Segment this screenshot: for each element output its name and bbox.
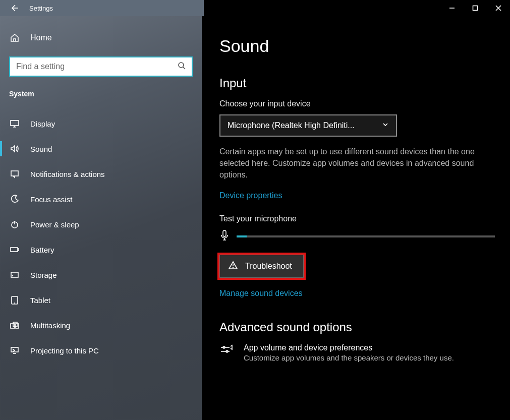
app-volume-subtitle: Customize app volumes and the speakers o…: [244, 353, 454, 362]
sidebar-item-storage[interactable]: Storage: [9, 262, 193, 287]
svg-rect-10: [13, 322, 17, 327]
input-device-value: Microphone (Realtek High Definiti...: [228, 121, 377, 130]
maximize-button[interactable]: [464, 0, 487, 16]
close-button[interactable]: [487, 0, 510, 16]
storage-icon: [9, 269, 20, 280]
sidebar-item-tablet[interactable]: Tablet: [9, 287, 193, 313]
sidebar-item-focus-assist[interactable]: Focus assist: [9, 187, 193, 212]
titlebar-left: Settings: [0, 4, 202, 12]
test-mic-label: Test your microphone: [219, 214, 495, 223]
search-input[interactable]: [16, 62, 178, 71]
sidebar-item-label: Focus assist: [30, 195, 72, 204]
home-icon: [9, 32, 20, 43]
device-properties-link[interactable]: Device properties: [219, 191, 282, 200]
power-icon: [9, 219, 20, 230]
sidebar-item-battery[interactable]: Battery: [9, 237, 193, 262]
svg-rect-13: [223, 230, 226, 236]
app-volume-title: App volume and device preferences: [244, 343, 454, 352]
display-icon: [9, 118, 20, 129]
notifications-icon: [9, 168, 20, 179]
section-input-title: Input: [219, 76, 495, 90]
svg-rect-9: [11, 324, 15, 328]
window-controls: [440, 0, 510, 16]
sidebar-item-power-sleep[interactable]: Power & sleep: [9, 212, 193, 237]
moon-icon: [9, 194, 20, 205]
mic-level-fill: [237, 235, 247, 237]
svg-point-14: [233, 267, 234, 268]
input-device-dropdown[interactable]: Microphone (Realtek High Definiti...: [219, 114, 397, 137]
chevron-down-icon: [382, 121, 389, 130]
multitasking-icon: [9, 320, 20, 331]
sidebar-item-label: Battery: [30, 246, 54, 254]
svg-point-7: [13, 276, 13, 276]
advanced-section-title: Advanced sound options: [219, 320, 495, 334]
sidebar: Home System Display Sound Notifications …: [0, 16, 202, 420]
back-button[interactable]: [10, 4, 18, 12]
svg-rect-6: [11, 272, 18, 277]
window-title: Settings: [29, 5, 53, 12]
input-description: Certain apps may be set up to use differ…: [219, 146, 495, 181]
microphone-icon: [219, 229, 230, 244]
projecting-icon: [9, 345, 20, 356]
sidebar-item-label: Notifications & actions: [30, 170, 105, 178]
svg-rect-12: [11, 347, 18, 352]
svg-rect-2: [11, 121, 19, 126]
minimize-button[interactable]: [440, 0, 464, 16]
sidebar-item-sound[interactable]: Sound: [9, 136, 193, 161]
troubleshoot-button[interactable]: Troubleshoot: [219, 255, 304, 278]
search-box[interactable]: [9, 56, 193, 77]
tablet-icon: [9, 294, 20, 306]
svg-point-1: [179, 63, 184, 68]
titlebar: Settings: [0, 0, 510, 16]
battery-icon: [9, 244, 20, 255]
mic-test-row: [219, 229, 495, 244]
home-button[interactable]: Home: [9, 27, 193, 56]
sound-icon: [9, 143, 20, 154]
search-icon: [178, 62, 186, 72]
page-title: Sound: [219, 36, 495, 56]
troubleshoot-label: Troubleshoot: [245, 262, 292, 271]
home-label: Home: [30, 33, 52, 42]
sidebar-item-label: Sound: [30, 145, 52, 153]
sliders-icon: [219, 343, 234, 359]
sidebar-section-title: System: [9, 90, 193, 98]
svg-rect-0: [473, 6, 478, 11]
content-pane: Sound Input Choose your input device Mic…: [202, 16, 510, 420]
manage-sound-link[interactable]: Manage sound devices: [219, 289, 303, 298]
svg-rect-5: [11, 248, 18, 252]
mic-level-bar: [237, 235, 495, 237]
sidebar-item-label: Storage: [30, 271, 57, 279]
sidebar-item-multitasking[interactable]: Multitasking: [9, 313, 193, 338]
choose-input-label: Choose your input device: [219, 99, 495, 108]
sidebar-item-label: Projecting to this PC: [30, 346, 99, 355]
sidebar-item-label: Tablet: [30, 296, 50, 305]
sidebar-item-label: Power & sleep: [30, 220, 79, 229]
app-volume-row[interactable]: App volume and device preferences Custom…: [219, 343, 495, 362]
sidebar-item-display[interactable]: Display: [9, 111, 193, 136]
sidebar-item-notifications[interactable]: Notifications & actions: [9, 161, 193, 187]
sidebar-item-label: Multitasking: [30, 321, 70, 330]
svg-rect-3: [11, 171, 18, 176]
sidebar-item-label: Display: [30, 119, 55, 128]
warning-icon: [228, 260, 238, 272]
sidebar-item-projecting[interactable]: Projecting to this PC: [9, 338, 193, 363]
